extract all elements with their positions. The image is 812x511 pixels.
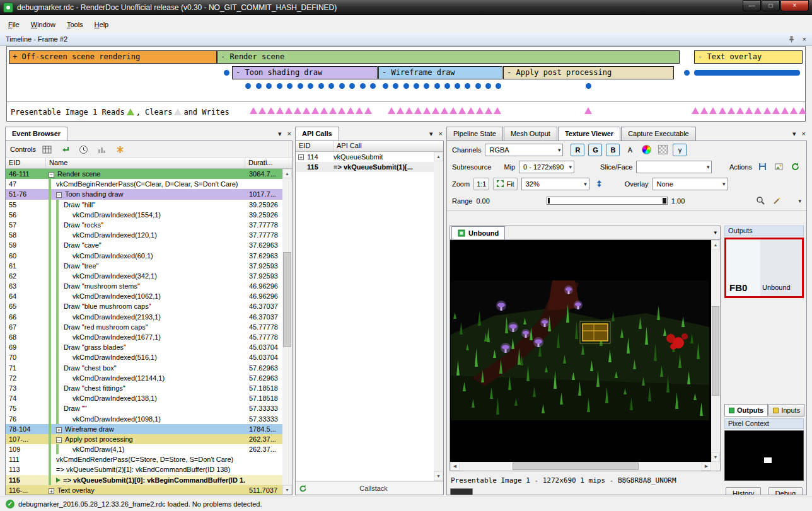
event-row[interactable]: 70vkCmdDrawIndexed(516,1)45.03704 bbox=[6, 352, 282, 362]
jump-to-eid-button[interactable] bbox=[59, 143, 72, 156]
minimize-button[interactable]: — bbox=[743, 0, 761, 11]
write-marker[interactable] bbox=[311, 107, 319, 114]
event-dot[interactable] bbox=[277, 83, 282, 89]
event-dot[interactable] bbox=[475, 83, 481, 89]
write-marker[interactable] bbox=[329, 107, 337, 114]
statistics-button[interactable] bbox=[95, 143, 109, 156]
write-marker[interactable] bbox=[258, 107, 266, 114]
tab-texture-viewer[interactable]: Texture Viewer bbox=[558, 127, 620, 141]
write-marker[interactable] bbox=[745, 107, 753, 114]
event-dot[interactable] bbox=[485, 83, 491, 89]
time-durations-button[interactable] bbox=[77, 143, 91, 156]
event-dot[interactable] bbox=[318, 83, 324, 89]
scrollbar-track[interactable] bbox=[460, 462, 702, 471]
scroll-down-icon[interactable]: ▼ bbox=[434, 471, 443, 481]
event-row[interactable]: 66vkCmdDrawIndexed(2193,1)46.37037 bbox=[6, 312, 282, 322]
column-eid[interactable]: EID bbox=[296, 141, 334, 151]
event-row[interactable]: 56vkCmdDrawIndexed(1554,1)39.25926 bbox=[6, 210, 282, 220]
texture-list-chevron-icon[interactable]: ▾ bbox=[714, 229, 717, 236]
callstack-label[interactable]: Callstack bbox=[307, 485, 440, 492]
texture-vertical-scrollbar[interactable]: ▲ ▼ bbox=[711, 240, 720, 462]
event-row[interactable]: 59Draw "cave"37.62963 bbox=[6, 240, 282, 250]
timeline-bar-post[interactable]: - Apply post processing bbox=[503, 66, 674, 79]
zoom-select[interactable]: 32%▾ bbox=[521, 178, 589, 190]
timeline-bar-text-overlay[interactable]: - Text overlay bbox=[694, 50, 803, 64]
event-dot[interactable] bbox=[349, 83, 355, 89]
event-dot[interactable] bbox=[383, 83, 388, 89]
write-marker[interactable] bbox=[356, 107, 363, 114]
event-dot[interactable] bbox=[287, 83, 293, 89]
event-row[interactable]: 57Draw "rocks"37.77778 bbox=[6, 220, 282, 230]
tab-pipeline-state[interactable]: Pipeline State bbox=[446, 127, 503, 141]
panel-close-icon[interactable]: × bbox=[802, 130, 806, 138]
api-call-row[interactable]: +114vkQueueSubmit bbox=[296, 152, 443, 162]
column-name[interactable]: Name bbox=[46, 158, 245, 168]
event-dot[interactable] bbox=[424, 83, 429, 89]
tab-capture-executable[interactable]: Capture Executable bbox=[621, 127, 696, 141]
event-row[interactable]: 72vkCmdDrawIndexed(12144,1)57.62963 bbox=[6, 373, 282, 383]
event-row[interactable]: 62vkCmdDrawIndexed(342,1)37.92593 bbox=[6, 271, 282, 281]
write-marker[interactable] bbox=[728, 107, 735, 114]
event-dot[interactable] bbox=[684, 70, 690, 76]
event-row[interactable]: 111vkCmdEndRenderPass(C=Store, D=Store, … bbox=[6, 454, 282, 464]
scroll-up-icon[interactable]: ▲ bbox=[711, 240, 720, 250]
write-marker[interactable] bbox=[700, 107, 708, 114]
menu-item-window[interactable]: Window bbox=[25, 18, 61, 31]
write-marker[interactable] bbox=[388, 107, 395, 114]
write-marker[interactable] bbox=[692, 107, 699, 114]
find-event-button[interactable] bbox=[40, 143, 54, 156]
event-row[interactable]: 60vkCmdDrawIndexed(60,1)37.62963 bbox=[6, 251, 282, 261]
write-marker[interactable] bbox=[450, 107, 457, 114]
scrollbar-thumb[interactable] bbox=[283, 252, 291, 347]
tab-api-calls[interactable]: API Calls bbox=[295, 127, 339, 141]
write-marker[interactable] bbox=[303, 107, 310, 114]
panel-menu-icon[interactable]: ▾ bbox=[429, 130, 433, 138]
scroll-down-icon[interactable]: ▼ bbox=[282, 485, 292, 495]
write-marker[interactable] bbox=[790, 107, 798, 114]
event-row[interactable]: 115=> vkQueueSubmit(1)[0]: vkBeginComman… bbox=[6, 475, 282, 485]
tab-mesh-output[interactable]: Mesh Output bbox=[504, 127, 557, 141]
api-call-row[interactable]: 115=> vkQueueSubmit(1)[... bbox=[296, 162, 443, 172]
autofit-range-button[interactable] bbox=[770, 195, 783, 207]
timeline-close-icon[interactable]: × bbox=[803, 35, 806, 43]
tab-outputs[interactable]: Outputs bbox=[724, 404, 768, 416]
fb0-thumbnail[interactable]: FB0 Unbound bbox=[724, 238, 804, 298]
write-marker[interactable] bbox=[763, 107, 771, 114]
zoom-one-to-one-button[interactable]: 1:1 bbox=[473, 178, 489, 190]
scroll-right-icon[interactable]: ▶ bbox=[702, 462, 711, 471]
bookmark-button[interactable] bbox=[113, 143, 127, 156]
event-dot[interactable] bbox=[434, 83, 440, 89]
texture-tab-unbound[interactable]: Unbound bbox=[451, 226, 505, 239]
event-dot[interactable] bbox=[393, 83, 398, 89]
event-row[interactable]: 58vkCmdDrawIndexed(120,1)37.77778 bbox=[6, 230, 282, 240]
texture-image[interactable] bbox=[450, 240, 711, 462]
event-row[interactable]: 109vkCmdDraw(4,1)262.37... bbox=[6, 444, 282, 454]
write-marker[interactable] bbox=[494, 107, 501, 114]
write-marker[interactable] bbox=[397, 107, 404, 114]
write-marker[interactable] bbox=[267, 107, 275, 114]
event-dot[interactable] bbox=[298, 83, 303, 89]
flip-y-button[interactable] bbox=[593, 178, 606, 190]
channels-select[interactable]: RGBA▾ bbox=[485, 144, 563, 156]
collapse-icon[interactable]: − bbox=[56, 437, 62, 443]
history-button[interactable]: History bbox=[726, 487, 761, 495]
event-dot[interactable] bbox=[586, 83, 591, 89]
event-row[interactable]: 55Draw "hill"39.25926 bbox=[6, 200, 282, 210]
write-marker[interactable] bbox=[423, 107, 431, 114]
event-row[interactable]: 113=> vkQueueSubmit(2)[1]: vkEndCommandB… bbox=[6, 464, 282, 474]
write-marker[interactable] bbox=[485, 107, 492, 114]
event-row[interactable]: 75Draw ""57.33333 bbox=[6, 403, 282, 413]
blue-channel-button[interactable]: B bbox=[606, 144, 620, 156]
event-browser-scrollbar[interactable]: ▲ ▼ bbox=[282, 169, 292, 495]
range-min-value[interactable]: 0.00 bbox=[476, 197, 489, 205]
panel-menu-icon[interactable]: ▾ bbox=[278, 130, 282, 138]
pixel-context-view[interactable] bbox=[724, 430, 804, 481]
write-marker[interactable] bbox=[584, 107, 592, 114]
timeline-bar-wireframe[interactable]: - Wireframe draw bbox=[378, 66, 502, 79]
event-dot[interactable] bbox=[414, 83, 419, 89]
api-calls-scrollbar[interactable]: ▲ ▼ bbox=[434, 152, 443, 481]
write-marker[interactable] bbox=[338, 107, 345, 114]
event-row[interactable]: 69Draw "grass blades"45.03704 bbox=[6, 342, 282, 352]
event-row[interactable]: 47vkCmdBeginRenderPass(C=Clear, D=Clear,… bbox=[6, 179, 282, 189]
event-dot[interactable] bbox=[403, 83, 409, 89]
